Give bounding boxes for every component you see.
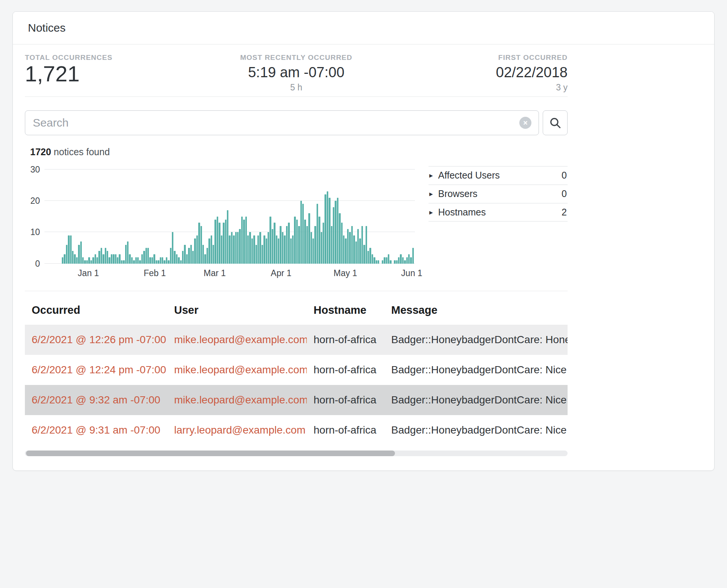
chart-y-tick-label: 20 bbox=[30, 196, 40, 206]
chart-bar bbox=[111, 254, 112, 264]
cell-user[interactable]: larry.leopard@example.com bbox=[167, 415, 307, 445]
chart-bar bbox=[68, 235, 69, 264]
chart-bar bbox=[361, 226, 363, 264]
chart-bar bbox=[400, 254, 401, 264]
chart-bar bbox=[329, 198, 330, 264]
table-body: 6/2/2021 @ 12:26 pm -07:00mike.leopard@e… bbox=[25, 325, 568, 445]
results-count: 1720 notices found bbox=[30, 147, 568, 157]
chart-bar bbox=[192, 251, 194, 263]
chart-bar bbox=[266, 238, 267, 264]
cell-occurred[interactable]: 6/2/2021 @ 12:26 pm -07:00 bbox=[25, 325, 167, 355]
cell-occurred[interactable]: 6/2/2021 @ 9:32 am -07:00 bbox=[25, 385, 167, 415]
chart-y-tick-label: 30 bbox=[30, 164, 40, 174]
search-button[interactable] bbox=[543, 110, 568, 135]
stat-value: 02/22/2018 bbox=[387, 65, 568, 81]
chart-bar bbox=[357, 229, 359, 264]
stat-relative-time: 5 h bbox=[206, 82, 387, 93]
cell-occurred[interactable]: 6/2/2021 @ 9:31 am -07:00 bbox=[25, 415, 167, 445]
facet-row-browsers[interactable]: ▸Browsers0 bbox=[429, 185, 568, 203]
occurrence-chart: 0102030 Jan 1Feb 1Mar 1Apr 1May 1Jun 1 bbox=[25, 166, 415, 281]
chart-bar bbox=[217, 217, 218, 264]
horizontal-scrollbar-thumb[interactable] bbox=[26, 451, 395, 456]
stat-relative-time: 3 y bbox=[387, 82, 568, 93]
chart-bar bbox=[178, 257, 179, 264]
panel-title: Notices bbox=[13, 12, 714, 44]
chart-bar bbox=[304, 220, 306, 264]
stat-value: 1,721 bbox=[25, 63, 206, 86]
chart-bar bbox=[158, 260, 159, 263]
table-header-row: OccurredUserHostnameMessage bbox=[25, 293, 568, 325]
chart-bar bbox=[70, 235, 72, 264]
column-header-message: Message bbox=[384, 293, 568, 325]
stat-total-occurrences: TOTAL OCCURRENCES 1,721 bbox=[25, 53, 206, 86]
chart-bar bbox=[213, 245, 214, 264]
chart-bar bbox=[306, 226, 308, 264]
chart-bar bbox=[207, 248, 208, 264]
caret-right-icon: ▸ bbox=[429, 171, 433, 180]
clear-search-icon[interactable]: × bbox=[519, 117, 531, 129]
chart-bar bbox=[298, 226, 300, 264]
facet-count: 0 bbox=[562, 170, 567, 181]
chart-bar bbox=[378, 260, 379, 263]
chart-bar bbox=[323, 223, 324, 263]
chart-bar bbox=[160, 257, 161, 264]
chart-bar bbox=[235, 232, 237, 263]
table-row[interactable]: 6/2/2021 @ 12:26 pm -07:00mike.leopard@e… bbox=[25, 325, 568, 355]
table-row[interactable]: 6/2/2021 @ 9:32 am -07:00mike.leopard@ex… bbox=[25, 385, 568, 415]
chart-bar bbox=[131, 257, 133, 264]
horizontal-scrollbar-track[interactable] bbox=[25, 451, 568, 456]
search-input[interactable] bbox=[25, 110, 539, 135]
chart-bar bbox=[406, 257, 408, 264]
notices-table: OccurredUserHostnameMessage 6/2/2021 @ 1… bbox=[25, 293, 568, 445]
chart-bar bbox=[372, 254, 373, 264]
chart-x-tick-label: Jan 1 bbox=[78, 268, 99, 278]
chart-x-tick-label: Mar 1 bbox=[204, 268, 226, 278]
table-row[interactable]: 6/2/2021 @ 12:24 pm -07:00mike.leopard@e… bbox=[25, 355, 568, 385]
table-row[interactable]: 6/2/2021 @ 9:31 am -07:00larry.leopard@e… bbox=[25, 415, 568, 445]
chart-bar bbox=[296, 220, 298, 264]
chart-bar bbox=[121, 260, 122, 263]
chart-bar bbox=[227, 210, 228, 264]
chart-bar bbox=[141, 254, 143, 264]
chart-bar bbox=[80, 241, 82, 263]
search-box: × bbox=[25, 110, 539, 135]
chart-bar bbox=[253, 235, 255, 264]
facet-label: Affected Users bbox=[438, 170, 500, 181]
column-header-hostname: Hostname bbox=[307, 293, 384, 325]
cell-message: Badger::HoneybadgerDontCare: Nice try bbox=[384, 385, 568, 415]
chart-bar bbox=[115, 254, 116, 264]
chart-bar bbox=[376, 260, 377, 263]
chart-bar bbox=[408, 254, 410, 264]
column-header-occurred: Occurred bbox=[25, 293, 167, 325]
chart-bar bbox=[143, 251, 145, 263]
cell-hostname: horn-of-africa bbox=[307, 355, 384, 385]
chart-bar bbox=[390, 260, 391, 263]
facet-row-hostnames[interactable]: ▸Hostnames2 bbox=[429, 203, 568, 221]
cell-message: Badger::HoneybadgerDontCare: Nice try bbox=[384, 355, 568, 385]
facet-row-affected-users[interactable]: ▸Affected Users0 bbox=[429, 166, 568, 185]
cell-user[interactable]: mike.leopard@example.com bbox=[167, 325, 307, 355]
chart-bar bbox=[125, 245, 127, 264]
chart-bar bbox=[119, 254, 120, 264]
cell-user[interactable]: mike.leopard@example.com bbox=[167, 355, 307, 385]
chart-bar bbox=[353, 235, 355, 264]
chart-bar bbox=[156, 260, 157, 263]
chart-x-tick-label: Apr 1 bbox=[271, 268, 291, 278]
chart-bar bbox=[129, 254, 130, 264]
notices-panel: Notices TOTAL OCCURRENCES 1,721 MOST REC… bbox=[12, 11, 715, 471]
chart-bar bbox=[78, 245, 80, 264]
chart-bar bbox=[221, 235, 222, 264]
cell-occurred[interactable]: 6/2/2021 @ 12:24 pm -07:00 bbox=[25, 355, 167, 385]
chart-bar bbox=[162, 257, 163, 264]
chart-y-axis: 0102030 bbox=[25, 170, 40, 264]
chart-bar bbox=[84, 260, 86, 263]
chart-bar bbox=[396, 260, 398, 263]
chart-bar bbox=[219, 223, 220, 263]
chart-bar bbox=[262, 245, 263, 264]
cell-hostname: horn-of-africa bbox=[307, 385, 384, 415]
chart-bar bbox=[72, 251, 73, 263]
chart-bar bbox=[269, 217, 271, 264]
facet-label: Browsers bbox=[438, 188, 478, 199]
facet-label: Hostnames bbox=[438, 207, 486, 218]
cell-user[interactable]: mike.leopard@example.com bbox=[167, 385, 307, 415]
